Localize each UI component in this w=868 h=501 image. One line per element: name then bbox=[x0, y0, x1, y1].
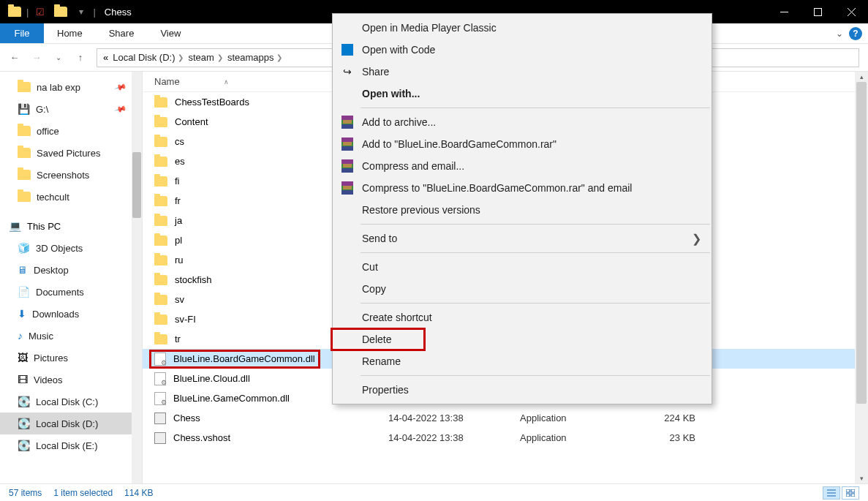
share-icon: ↪ bbox=[340, 64, 355, 79]
properties-icon[interactable]: ☑ bbox=[31, 3, 49, 20]
context-menu-item[interactable]: Properties bbox=[333, 379, 712, 401]
sidebar-item-label: Pictures bbox=[34, 353, 68, 363]
help-icon[interactable]: ? bbox=[849, 27, 862, 40]
status-selected-count: 1 item selected bbox=[53, 488, 113, 498]
scroll-down-icon[interactable]: ▾ bbox=[855, 473, 868, 483]
status-bar: 57 items 1 item selected 114 KB bbox=[0, 483, 868, 501]
sidebar-scroll-thumb[interactable] bbox=[132, 152, 141, 218]
file-type: Application bbox=[520, 413, 637, 423]
sidebar-item-label: na lab exp bbox=[37, 82, 80, 93]
sidebar-item[interactable]: ⬇Downloads bbox=[0, 303, 132, 325]
sidebar-item[interactable]: 💽Local Disk (D:) bbox=[0, 413, 132, 434]
file-name: tr bbox=[175, 334, 181, 344]
folder-icon bbox=[154, 334, 167, 344]
context-menu-item[interactable]: Add to archive... bbox=[333, 111, 712, 133]
sidebar-item[interactable]: 💽Local Disk (C:) bbox=[0, 391, 132, 413]
tab-file[interactable]: File bbox=[0, 23, 44, 43]
context-menu-separator bbox=[361, 224, 710, 225]
sidebar-this-pc-header[interactable]: 💻This PC bbox=[0, 215, 132, 237]
sidebar-item[interactable]: 🧊3D Objects bbox=[0, 237, 132, 259]
context-menu-item[interactable]: Open in Media Player Classic bbox=[333, 17, 712, 39]
sidebar-item[interactable]: 🎞Videos bbox=[0, 369, 132, 391]
highlighted-file: BlueLine.BoardGameCommon.dll bbox=[149, 350, 320, 369]
sidebar-item[interactable]: Screenshots bbox=[0, 164, 132, 186]
file-name: sv-FI bbox=[175, 314, 196, 325]
sidebar-item-label: This PC bbox=[27, 221, 61, 232]
context-menu-item[interactable]: Open with Code bbox=[333, 39, 712, 61]
file-row[interactable]: Chess14-04-2022 13:38Application224 KB bbox=[143, 408, 868, 428]
svg-rect-1 bbox=[814, 8, 821, 15]
crumb-steamapps[interactable]: steamapps bbox=[227, 52, 274, 63]
expand-ribbon-icon[interactable]: ⌄ bbox=[836, 29, 843, 39]
column-name[interactable]: Name bbox=[154, 76, 180, 87]
minimize-button[interactable] bbox=[767, 0, 801, 23]
forward-button[interactable]: → bbox=[31, 52, 42, 64]
context-menu-item[interactable]: Restore previous versions bbox=[333, 199, 712, 221]
crumb-steam[interactable]: steam bbox=[188, 52, 214, 63]
sidebar-item[interactable]: techcult bbox=[0, 186, 132, 208]
context-menu-item[interactable]: Rename bbox=[333, 350, 712, 372]
scroll-up-icon[interactable]: ▴ bbox=[855, 72, 868, 82]
context-menu-label: Send to bbox=[362, 233, 397, 244]
sidebar-item-label: 3D Objects bbox=[36, 243, 83, 254]
context-menu-item[interactable]: Create shortcut bbox=[333, 306, 712, 328]
folder-icon bbox=[154, 275, 167, 285]
close-button[interactable] bbox=[834, 0, 868, 23]
recent-locations-icon[interactable]: ⌄ bbox=[53, 52, 64, 64]
context-menu-item[interactable]: Copy bbox=[333, 278, 712, 300]
context-menu-label: Properties bbox=[362, 384, 409, 396]
tab-view[interactable]: View bbox=[147, 23, 194, 43]
large-icons-view-button[interactable] bbox=[842, 486, 859, 500]
sidebar-item[interactable]: office bbox=[0, 120, 132, 142]
sidebar-item[interactable]: 📄Documents bbox=[0, 281, 132, 303]
details-view-button[interactable] bbox=[823, 486, 840, 500]
exe-icon bbox=[154, 432, 166, 444]
folder-icon bbox=[154, 314, 167, 325]
sidebar-item[interactable]: 💽Local Disk (E:) bbox=[0, 434, 132, 456]
sidebar-item[interactable]: 🖥Desktop bbox=[0, 259, 132, 281]
folder-icon bbox=[154, 216, 167, 226]
maximize-button[interactable] bbox=[801, 0, 834, 23]
folder-icon bbox=[154, 157, 167, 167]
sidebar-item[interactable]: ♪Music bbox=[0, 325, 132, 347]
chevron-right-icon[interactable]: ❯ bbox=[276, 53, 282, 61]
context-menu-item[interactable]: Open with... bbox=[333, 83, 712, 105]
folder-icon bbox=[154, 97, 167, 108]
sidebar-item[interactable]: Saved Pictures bbox=[0, 142, 132, 164]
context-menu-label: Add to archive... bbox=[362, 116, 436, 128]
up-button[interactable]: ↑ bbox=[75, 52, 86, 64]
dll-icon bbox=[154, 372, 166, 385]
chevron-right-icon[interactable]: ❯ bbox=[217, 53, 223, 61]
dll-icon bbox=[154, 392, 166, 405]
sidebar-scrollbar[interactable] bbox=[132, 72, 142, 483]
context-menu-item[interactable]: Add to "BlueLine.BoardGameCommon.rar" bbox=[333, 133, 712, 155]
qat-dropdown-icon[interactable]: ▾ bbox=[72, 3, 90, 20]
crumb-local-disk-d[interactable]: Local Disk (D:) bbox=[113, 52, 175, 63]
folder-icon bbox=[154, 137, 167, 147]
file-scroll-thumb[interactable] bbox=[856, 82, 867, 404]
context-menu-item[interactable]: Compress to "BlueLine.BoardGameCommon.ra… bbox=[333, 177, 712, 199]
file-scrollbar[interactable]: ▴ ▾ bbox=[855, 72, 868, 483]
context-menu-item[interactable]: Delete bbox=[333, 328, 712, 350]
file-row[interactable]: Chess.vshost14-04-2022 13:38Application2… bbox=[143, 428, 868, 448]
tab-share[interactable]: Share bbox=[96, 23, 148, 43]
context-menu-item[interactable]: Send to❯ bbox=[333, 227, 712, 249]
vscode-icon bbox=[340, 42, 355, 57]
sidebar-item-label: Local Disk (E:) bbox=[36, 440, 98, 451]
window-title: Chess bbox=[96, 7, 132, 18]
context-menu-item[interactable]: Compress and email... bbox=[333, 155, 712, 177]
exe-icon bbox=[154, 413, 166, 424]
tab-home[interactable]: Home bbox=[44, 23, 96, 43]
folder-icon bbox=[154, 196, 167, 206]
breadcrumb-overflow[interactable]: « bbox=[103, 52, 108, 63]
file-name: sv bbox=[175, 294, 184, 305]
file-size: 23 KB bbox=[637, 432, 695, 443]
back-button[interactable]: ← bbox=[9, 52, 20, 64]
context-menu-item[interactable]: ↪Share bbox=[333, 61, 712, 83]
folder-icon bbox=[154, 255, 167, 265]
context-menu-item[interactable]: Cut bbox=[333, 256, 712, 278]
sidebar-item[interactable]: 🖼Pictures bbox=[0, 347, 132, 369]
chevron-right-icon[interactable]: ❯ bbox=[178, 53, 184, 61]
sidebar-item[interactable]: na lab exp bbox=[0, 76, 132, 98]
sidebar-item[interactable]: 💾G:\ bbox=[0, 98, 132, 120]
